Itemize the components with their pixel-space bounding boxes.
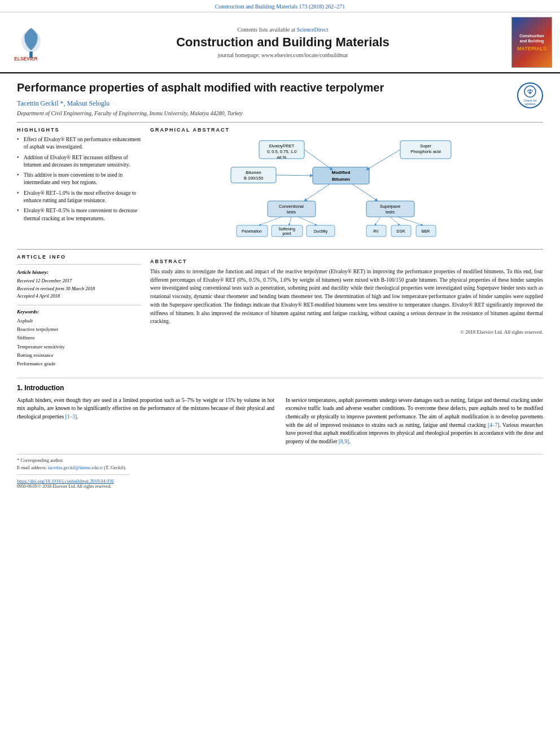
article-history: Article history: Received 12 December 20… xyxy=(17,264,141,300)
elsevier-logo-container: ELSEVIER xyxy=(6,17,56,68)
intro-left-col: Asphalt binders, even though they are us… xyxy=(17,396,274,446)
intro-right-col: In service temperatures, asphalt pavemen… xyxy=(286,396,543,446)
svg-text:DSR: DSR xyxy=(397,229,405,233)
keywords-label: Keywords: xyxy=(17,309,141,314)
graphical-abstract-heading: GRAPHICAL ABSTRACT xyxy=(150,127,543,133)
keyword-6: Performance grade xyxy=(17,360,141,368)
keywords-list: Asphalt Reactive terpolymer Stiffness Te… xyxy=(17,317,141,369)
svg-text:ELSEVIER: ELSEVIER xyxy=(14,56,37,62)
svg-text:wt.%: wt.% xyxy=(277,155,287,160)
copyright-text: © 2018 Elsevier Ltd. All rights reserved… xyxy=(150,329,543,335)
header-center: Contents lists available at ScienceDirec… xyxy=(61,17,505,68)
svg-line-46 xyxy=(390,217,400,225)
ref-1-3-link[interactable]: [1–3] xyxy=(65,414,77,420)
authors-line: Tacettin Geckil *, Maksut Seloglu xyxy=(17,99,543,108)
highlight-item-3: This additive is more convenient to be u… xyxy=(17,172,141,187)
doi-line: https://doi.org/10.1016/j.conbuildmat.20… xyxy=(17,478,543,484)
divider-mid xyxy=(17,249,543,250)
keyword-2: Reactive terpolymer xyxy=(17,325,141,334)
introduction-heading: 1. Introduction xyxy=(17,384,543,392)
svg-text:Modified: Modified xyxy=(332,170,351,175)
keyword-3: Stiffness xyxy=(17,334,141,342)
footnote-divider xyxy=(17,474,130,475)
authors-text: Tacettin Geckil *, Maksut Seloglu xyxy=(17,99,110,107)
svg-text:Ductility: Ductility xyxy=(314,229,328,234)
affiliation-text: Department of Civil Engineering, Faculty… xyxy=(17,110,543,116)
sciencedirect-link[interactable]: ScienceDirect xyxy=(296,27,328,33)
revised-text: Received in revised form 30 March 2018 xyxy=(17,285,141,293)
check-for-updates-badge: Check forupdates xyxy=(517,82,543,108)
ga-diagram-svg: Elvaloy®RET 0, 0.5, 0.75, 1.0 wt.% Bitum… xyxy=(225,136,468,243)
highlight-item-5: Elvaloy® RET–0.5% is more convenient to … xyxy=(17,207,141,222)
svg-text:B 100/150: B 100/150 xyxy=(244,176,263,181)
svg-text:Penetration: Penetration xyxy=(242,229,262,233)
svg-line-45 xyxy=(375,217,380,225)
keyword-1: Asphalt xyxy=(17,317,141,325)
info-abstract-section: ARTICLE INFO Article history: Received 1… xyxy=(17,254,543,369)
svg-line-47 xyxy=(397,217,423,225)
highlight-item-2: Addition of Elvaloy® RET increases stiff… xyxy=(17,154,141,169)
corresponding-label: * Corresponding author. xyxy=(17,457,63,463)
keyword-5: Rutting resistance xyxy=(17,351,141,360)
email-link[interactable]: tacettin.geckil@inonu.edu.tr xyxy=(48,465,103,470)
svg-text:tests: tests xyxy=(287,209,296,215)
highlights-heading: HIGHLIGHTS xyxy=(17,127,141,133)
svg-text:Bitumen: Bitumen xyxy=(246,170,261,175)
highlights-graphical-section: HIGHLIGHTS Effect of Elvaloy® RET on per… xyxy=(17,127,543,243)
email-label: E-mail address: xyxy=(17,465,47,470)
journal-citation-bar: Construction and Building Materials 173 … xyxy=(0,0,560,12)
svg-text:Super: Super xyxy=(420,143,432,148)
svg-line-20 xyxy=(366,150,400,170)
keywords-section: Keywords: Asphalt Reactive terpolymer St… xyxy=(17,305,141,369)
email-suffix: (T. Geckil). xyxy=(104,465,126,470)
graphical-abstract-column: GRAPHICAL ABSTRACT Elvaloy®RET 0, 0.5, 0… xyxy=(150,127,543,243)
elsevier-logo-icon: ELSEVIER xyxy=(8,23,54,62)
keyword-4: Temperature sensitivity xyxy=(17,343,141,351)
contents-available-line: Contents lists available at ScienceDirec… xyxy=(61,27,505,33)
check-updates-icon xyxy=(524,85,536,98)
page: Construction and Building Materials 173 … xyxy=(0,0,560,747)
svg-text:BBR: BBR xyxy=(422,229,430,233)
highlight-item-4: Elvaloy® RET–1.0% is the most effective … xyxy=(17,190,141,205)
journal-cover-container: Constructionand Building MATERIALS xyxy=(509,17,554,68)
journal-citation-text: Construction and Building Materials 173 … xyxy=(215,3,345,10)
intro-left-text: Asphalt binders, even though they are us… xyxy=(17,396,274,421)
homepage-text: journal homepage: www.elsevier.com/locat… xyxy=(218,52,348,58)
doi-link[interactable]: https://doi.org/10.1016/j.conbuildmat.20… xyxy=(17,478,114,484)
svg-text:Bitumen: Bitumen xyxy=(332,177,350,182)
svg-text:Superpave: Superpave xyxy=(380,204,400,209)
svg-line-19 xyxy=(276,175,313,176)
introduction-section: 1. Introduction Asphalt binders, even th… xyxy=(17,378,543,446)
svg-text:Phosphoric acid: Phosphoric acid xyxy=(410,149,440,154)
cover-title-text: Constructionand Building xyxy=(519,33,544,43)
svg-line-27 xyxy=(304,184,330,201)
journal-cover-image: Constructionand Building MATERIALS xyxy=(511,17,552,68)
highlights-column: HIGHLIGHTS Effect of Elvaloy® RET on per… xyxy=(17,127,141,243)
svg-text:Elvaloy®RET: Elvaloy®RET xyxy=(269,143,295,148)
highlights-list: Effect of Elvaloy® RET on performance en… xyxy=(17,136,141,222)
accepted-text: Accepted 4 April 2018 xyxy=(17,292,141,300)
graphical-abstract-diagram: Elvaloy®RET 0, 0.5, 0.75, 1.0 wt.% Bitum… xyxy=(150,136,543,243)
ref-8-9-link[interactable]: [8,9] xyxy=(339,439,349,444)
svg-text:point: point xyxy=(282,231,291,236)
ref-4-7-link[interactable]: [4–7] xyxy=(488,422,500,428)
article-info-heading: ARTICLE INFO xyxy=(17,254,141,260)
issn-line: 0950-0618/© 2018 Elsevier Ltd. All right… xyxy=(17,484,543,489)
corresponding-author-note: * Corresponding author. xyxy=(17,457,543,464)
article-history-label: Article history: xyxy=(17,269,141,275)
highlight-item-1: Effect of Elvaloy® RET on performance en… xyxy=(17,136,141,151)
abstract-text: This study aims to investigate the funct… xyxy=(150,268,543,326)
introduction-columns: Asphalt binders, even though they are us… xyxy=(17,396,543,446)
journal-title: Construction and Building Materials xyxy=(61,35,505,50)
cover-materials-label: MATERIALS xyxy=(517,46,546,51)
svg-text:RV: RV xyxy=(373,229,379,233)
check-for-updates-container: Check forupdates xyxy=(517,82,543,108)
article-info-column: ARTICLE INFO Article history: Received 1… xyxy=(17,254,141,369)
footnote-area: * Corresponding author. E-mail address: … xyxy=(17,454,543,490)
svg-line-44 xyxy=(299,217,317,225)
email-note: E-mail address: tacettin.geckil@inonu.ed… xyxy=(17,464,543,471)
check-updates-text: Check forupdates xyxy=(523,99,537,106)
svg-line-28 xyxy=(352,184,378,201)
intro-right-text: In service temperatures, asphalt pavemen… xyxy=(286,396,543,446)
divider-after-affiliation xyxy=(17,122,543,123)
